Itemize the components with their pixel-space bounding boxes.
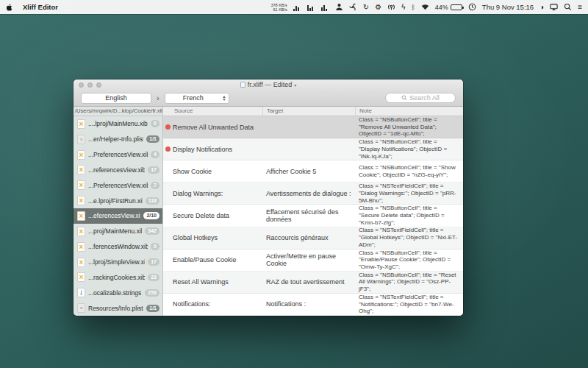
- target-cell: Activer/Mettre en pause Cookie: [262, 250, 355, 271]
- file-name: Resources/Info.plist: [88, 305, 143, 312]
- source-cell: Notifications:: [173, 294, 262, 315]
- note-cell: Class = "NSTextFieldCell"; title = "Dial…: [355, 183, 463, 204]
- translation-count-badge: 342: [145, 227, 159, 235]
- translation-table: Remove All Unwanted Data Class = "NSButt…: [163, 116, 463, 316]
- source-cell: Reset All Warnings: [173, 272, 262, 293]
- note-cell: Class = "NSTextFieldCell"; title = "Noti…: [355, 294, 463, 315]
- file-name: ...PreferencesView.xib: [88, 182, 148, 189]
- power-bolt-icon[interactable]: ϟ: [401, 4, 405, 11]
- document-proxy-icon[interactable]: [240, 82, 245, 88]
- bluetooth-icon[interactable]: ᛒ: [411, 4, 415, 11]
- translation-count-badge: 1/1: [146, 305, 159, 312]
- battery-icon: [451, 4, 462, 10]
- file-name: ...eferencesView.xib: [88, 212, 140, 219]
- sidebar-file-item[interactable]: × ...proj/MainMenu.xib 342: [74, 224, 162, 239]
- battery-percent: 44%: [435, 4, 448, 11]
- translation-row[interactable]: Reset All Warnings RAZ de tout avertisse…: [163, 272, 463, 294]
- translation-row[interactable]: Dialog Warnings: Avertissements de dialo…: [163, 183, 463, 205]
- file-name: ...lproj/SimpleView.xib: [88, 258, 145, 266]
- file-type-icon: ×: [77, 272, 85, 282]
- file-type-icon: ×: [77, 242, 85, 252]
- file-name: ...PreferencesView.xib: [88, 151, 148, 158]
- sidebar-file-item[interactable]: × ...PreferencesView.xib 4: [74, 147, 162, 163]
- table-header: Source Target Note: [163, 107, 463, 116]
- file-sidebar: × ....lproj/MainMenu.xib 0 ≡ ...er/Helpe…: [74, 116, 163, 316]
- title-bar[interactable]: fr.xliff — Edited ▾: [74, 79, 463, 90]
- translation-row[interactable]: Display Notifications Class = "NSButtonC…: [163, 138, 463, 160]
- sidebar-file-item[interactable]: × ...e.lproj/FirstRun.xib 118: [74, 193, 162, 208]
- direction-chevron-icon: ›: [157, 94, 159, 102]
- gear-icon[interactable]: ⚙: [375, 4, 381, 11]
- title-chevron-icon[interactable]: ▾: [294, 82, 296, 88]
- popup-stepper-icon: [221, 96, 229, 101]
- sidebar-file-item[interactable]: × ...referencesView.xib 17: [74, 163, 162, 178]
- translation-row[interactable]: Enable/Pause Cookie Activer/Mettre en pa…: [163, 250, 463, 272]
- file-type-icon: ×: [77, 227, 85, 236]
- sync-icon[interactable]: ↻: [363, 4, 369, 11]
- target-cell: Avertissements de dialogue :: [262, 183, 355, 204]
- cpu-graph-icon[interactable]: [293, 4, 301, 11]
- fan-icon[interactable]: [349, 3, 357, 11]
- target-cell: Notifications :: [262, 294, 355, 315]
- sidebar-file-item[interactable]: × ....lproj/MainMenu.xib 0: [74, 116, 162, 132]
- user-icon[interactable]: [335, 3, 343, 11]
- source-language-button[interactable]: English: [81, 93, 151, 104]
- memory-graph-icon[interactable]: [307, 4, 315, 11]
- file-name: ...e.lproj/FirstRun.xib: [88, 197, 143, 205]
- spotlight-icon[interactable]: [564, 3, 572, 11]
- notification-center-icon[interactable]: ≡: [578, 4, 582, 11]
- sidebar-file-item[interactable]: × ...PreferencesView.xib 7: [74, 177, 162, 193]
- xliff-editor-window: fr.xliff — Edited ▾ English › French Sea…: [74, 79, 463, 316]
- sidebar-file-item[interactable]: ≡ Resources/Info.plist 1/1: [74, 300, 162, 316]
- file-type-icon: ×: [77, 196, 85, 205]
- sidebar-file-item[interactable]: × ...eferencesView.xib 2/10: [74, 208, 162, 224]
- translation-row[interactable]: Remove All Unwanted Data Class = "NSButt…: [163, 116, 463, 138]
- network-speed-readout[interactable]: 378 KB/s61 KB/s: [270, 3, 287, 12]
- translation-row[interactable]: Notifications: Notifications : Class = "…: [163, 294, 463, 316]
- translation-row[interactable]: Global Hotkeys Raccourcis généraux Class…: [163, 227, 463, 250]
- window-title: fr.xliff — Edited ▾: [74, 81, 463, 88]
- sidebar-file-item[interactable]: i ...ocalizable.strings 253: [74, 285, 162, 300]
- target-language-popup[interactable]: French: [165, 93, 229, 104]
- sidebar-file-item[interactable]: × ...lproj/SimpleView.xib 17: [74, 255, 162, 270]
- translation-count-badge: 7: [151, 182, 159, 189]
- column-header-target[interactable]: Target: [262, 107, 355, 116]
- sidebar-file-item[interactable]: ≡ ...er/Helper-Info.plist 1/1: [74, 132, 162, 147]
- apple-menu-icon[interactable]: [6, 3, 13, 12]
- airplay-icon[interactable]: [550, 3, 558, 11]
- status-cell: [163, 294, 173, 315]
- source-cell: Display Notifications: [173, 138, 262, 160]
- translation-count-badge: 0: [151, 120, 159, 127]
- column-header-note[interactable]: Note: [355, 107, 463, 116]
- file-type-icon: ≡: [77, 303, 85, 313]
- file-type-icon: ×: [77, 211, 85, 221]
- file-type-icon: ×: [77, 119, 85, 129]
- translation-row[interactable]: Secure Delete data Effacement sécurisé d…: [163, 205, 463, 227]
- translation-count-badge: 23: [148, 274, 159, 281]
- sidebar-file-item[interactable]: × ...rackingCookies.xib 23: [74, 269, 162, 285]
- translation-count-badge: 0: [151, 243, 159, 250]
- file-name: ....lproj/MainMenu.xib: [88, 120, 148, 127]
- file-path: /Users/mrqwirk/D...ktop/Cookie/fr.xliff: [74, 107, 163, 116]
- menu-app-name[interactable]: Xliff Editor: [23, 3, 58, 11]
- battery-indicator[interactable]: 44%: [435, 4, 462, 11]
- note-cell: Class = "NSButtonCell"; title = "Show Co…: [355, 160, 463, 182]
- time-machine-icon[interactable]: [468, 3, 476, 11]
- hotspot-icon[interactable]: [387, 3, 395, 11]
- column-header-source[interactable]: Source: [163, 107, 262, 116]
- translation-row[interactable]: Show Cookie Afficher Cookie 5 Class = "N…: [163, 160, 463, 183]
- file-name: ...ferencesWindow.xib: [88, 243, 148, 250]
- file-name: ...ocalizable.strings: [88, 289, 142, 297]
- menu-clock[interactable]: Thu 9 Nov 15:16: [482, 3, 534, 11]
- header-strip: /Users/mrqwirk/D...ktop/Cookie/fr.xliff …: [74, 107, 463, 116]
- target-cell: Raccourcis généraux: [262, 227, 355, 249]
- source-cell: Remove All Unwanted Data: [173, 116, 262, 138]
- search-input[interactable]: Search All: [385, 93, 456, 103]
- night-shift-icon[interactable]: ◑: [539, 4, 544, 11]
- target-cell: [262, 116, 355, 138]
- source-cell: Global Hotkeys: [173, 227, 262, 249]
- disk-graph-icon[interactable]: [321, 4, 329, 11]
- file-type-icon: ×: [77, 165, 85, 174]
- wifi-icon[interactable]: [421, 3, 429, 11]
- sidebar-file-item[interactable]: × ...ferencesWindow.xib 0: [74, 239, 162, 255]
